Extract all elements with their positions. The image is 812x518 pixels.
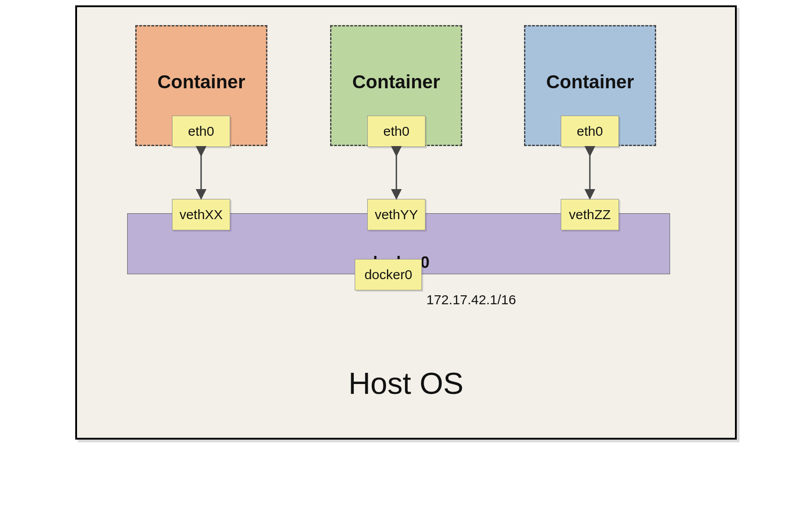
container-3-title: Container <box>525 71 655 93</box>
container-2-eth0: eth0 <box>367 116 425 147</box>
arrow-2 <box>392 147 401 199</box>
veth-xx: vethXX <box>172 199 230 230</box>
arrow-1 <box>197 147 206 199</box>
container-1-title: Container <box>137 71 266 93</box>
arrow-3 <box>585 147 594 199</box>
veth-zz: vethZZ <box>561 199 619 230</box>
container-1-eth0: eth0 <box>172 116 230 147</box>
container-3-eth0: eth0 <box>561 116 619 147</box>
docker0-interface: docker0 <box>355 259 422 290</box>
container-2-title: Container <box>331 71 461 93</box>
host-os-label: Host OS <box>77 366 735 401</box>
veth-yy: vethYY <box>367 199 425 230</box>
host-os-box: Container Container Container docker0 et… <box>75 5 737 440</box>
docker0-ip: 172.17.42.1/16 <box>426 292 516 307</box>
